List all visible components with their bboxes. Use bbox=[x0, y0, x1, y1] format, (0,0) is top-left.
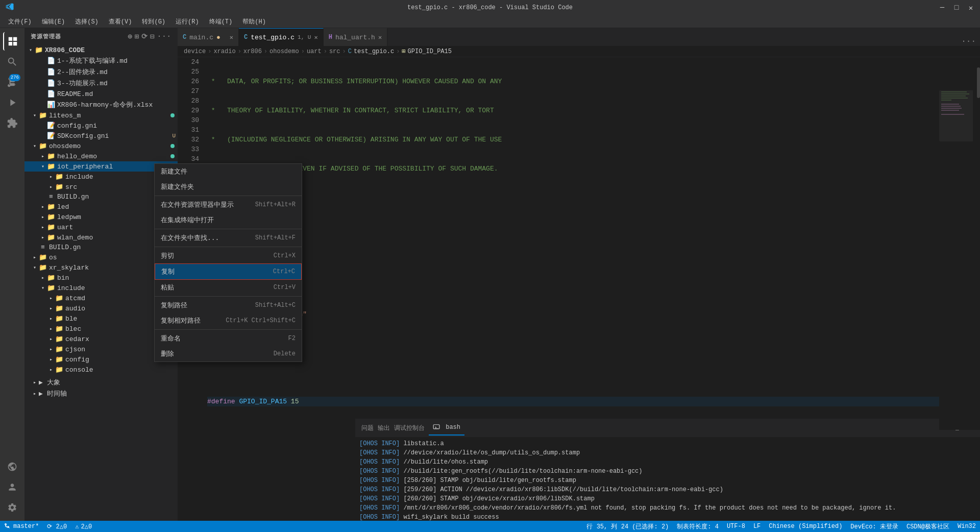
tab-main-c[interactable]: C main.c ● ✕ bbox=[178, 28, 239, 46]
ctx-copy-rel-path[interactable]: 复制相对路径 Ctrl+K Ctrl+Shift+C bbox=[155, 313, 302, 328]
menu-help[interactable]: 帮助(H) bbox=[238, 16, 270, 27]
sidebar-item-ohosdemo[interactable]: ▾ 📁 ohosdemo bbox=[24, 141, 178, 151]
sidebar-item-shijian[interactable]: ▸ ▶ 时间轴 bbox=[24, 388, 178, 399]
menu-select[interactable]: 选择(S) bbox=[71, 16, 103, 27]
scrollbar-thumb[interactable] bbox=[977, 67, 980, 98]
activity-account[interactable] bbox=[3, 478, 21, 496]
status-position[interactable]: 行 35, 列 24 (已选择: 2) bbox=[582, 522, 673, 531]
new-folder-icon[interactable]: ⊞ bbox=[135, 32, 139, 41]
sidebar-header: 资源管理器 ⊕ ⊞ ⟳ ⊟ ··· bbox=[24, 28, 178, 45]
menu-file[interactable]: 文件(F) bbox=[4, 16, 36, 27]
refresh-icon[interactable]: ⟳ bbox=[141, 32, 148, 41]
status-sync[interactable]: ⟳ 2△0 bbox=[43, 521, 71, 532]
sidebar-item-da-xue[interactable]: ▸ ▶ 大象 bbox=[24, 377, 178, 388]
status-language[interactable]: Chinese (Simplified) bbox=[765, 523, 846, 530]
ctx-copy-path[interactable]: 复制路径 Shift+Alt+C bbox=[155, 298, 302, 313]
tab-test-gpio[interactable]: C test_gpio.c 1, U ✕ bbox=[239, 28, 324, 46]
code-line-32: #include "kernel/os/os.h" bbox=[207, 309, 973, 319]
sidebar-item-2gu[interactable]: 📄 2--固件烧录.md bbox=[24, 66, 178, 78]
sidebar-icons: ⊕ ⊞ ⟳ ⊟ ··· bbox=[128, 32, 172, 41]
ctx-cut[interactable]: 剪切 Ctrl+X bbox=[155, 248, 302, 263]
ctx-rename[interactable]: 重命名 F2 bbox=[155, 331, 302, 346]
minimize-button[interactable]: ─ bbox=[938, 4, 946, 12]
breadcrumb-device[interactable]: device bbox=[184, 48, 206, 55]
activity-search[interactable] bbox=[3, 53, 21, 71]
ctx-paste[interactable]: 粘贴 Ctrl+V bbox=[155, 280, 302, 295]
modified-indicator: U bbox=[172, 133, 176, 139]
breadcrumb: device › xradio › xr806 › ohosdemo › uar… bbox=[178, 46, 980, 57]
ctx-find-in-folder[interactable]: 在文件夹中查找... Shift+Alt+F bbox=[155, 230, 302, 246]
breadcrumb-file[interactable]: test_gpio.c bbox=[354, 48, 394, 55]
deveco-text: DevEco: 未登录 bbox=[850, 522, 898, 531]
status-line-ending[interactable]: LF bbox=[749, 523, 765, 530]
status-deveco[interactable]: DevEco: 未登录 bbox=[846, 522, 902, 531]
editor-scrollbar[interactable] bbox=[973, 57, 980, 430]
sidebar-item-console[interactable]: ▸ 📁 console bbox=[24, 365, 178, 375]
activity-remote[interactable] bbox=[3, 457, 21, 476]
breadcrumb-xradio[interactable]: xradio bbox=[213, 48, 235, 55]
folder-icon: 📁 bbox=[47, 152, 55, 160]
folder-icon: 📁 bbox=[55, 366, 63, 374]
more-icon[interactable]: ··· bbox=[157, 32, 172, 41]
menu-run[interactable]: 运行(R) bbox=[172, 16, 203, 27]
ctx-new-file[interactable]: 新建文件 bbox=[155, 164, 302, 179]
activity-settings[interactable] bbox=[3, 498, 21, 517]
sidebar-item-config-gni[interactable]: 📝 config.gni bbox=[24, 120, 178, 131]
breadcrumb-symbol[interactable]: GPIO_ID_PA15 bbox=[408, 48, 452, 55]
sidebar-item-xlsx[interactable]: 📊 XR806-harmony-命令例.xlsx bbox=[24, 99, 178, 110]
status-notifications[interactable]: CSDN@极客社区 bbox=[902, 522, 953, 531]
terminal-line: [OHOS INFO] //build/lite:gen_rootfs(//bu… bbox=[359, 467, 976, 476]
menu-goto[interactable]: 转到(G) bbox=[138, 16, 169, 27]
tab-close-button[interactable]: ✕ bbox=[230, 34, 233, 41]
ctx-show-explorer[interactable]: 在文件资源管理器中显示 Shift+Alt+R bbox=[155, 197, 302, 212]
status-encoding[interactable]: UTF-8 bbox=[723, 523, 749, 530]
ctx-new-folder[interactable]: 新建文件夹 bbox=[155, 179, 302, 195]
breadcrumb-symbol-icon: ⊞ bbox=[402, 47, 405, 55]
tab-hal-uart[interactable]: H hal_uart.h ✕ bbox=[324, 28, 387, 46]
new-file-icon[interactable]: ⊕ bbox=[128, 32, 132, 41]
breadcrumb-xr806[interactable]: xr806 bbox=[243, 48, 262, 55]
folder-icon: 📁 bbox=[55, 315, 63, 323]
sidebar-item-sdkconfig[interactable]: 📝 SDKconfig.gni U bbox=[24, 131, 178, 141]
sidebar-item-hello-demo[interactable]: ▸ 📁 hello_demo bbox=[24, 151, 178, 161]
tab-close-button[interactable]: ✕ bbox=[378, 34, 382, 41]
item-label: ledpwm bbox=[57, 213, 170, 221]
tab-close-button[interactable]: ✕ bbox=[314, 34, 317, 41]
collapse-icon[interactable]: ⊟ bbox=[150, 32, 155, 41]
menu-edit[interactable]: 编辑(E) bbox=[38, 16, 69, 27]
chevron: ▸ bbox=[47, 326, 55, 332]
ctx-delete[interactable]: 删除 Delete bbox=[155, 346, 302, 361]
activity-extensions[interactable] bbox=[3, 114, 21, 132]
ctx-copy[interactable]: 复制 Ctrl+C bbox=[155, 263, 302, 280]
breadcrumb-uart[interactable]: uart bbox=[307, 48, 322, 55]
ohos-chevron: ▾ bbox=[31, 143, 39, 149]
sidebar-item-1sys[interactable]: 📄 1--系统下载与编译.md bbox=[24, 55, 178, 66]
sidebar-item-readme[interactable]: 📄 README.md bbox=[24, 89, 178, 99]
status-tab-size[interactable]: 制表符长度: 4 bbox=[673, 522, 723, 531]
close-button[interactable]: ✕ bbox=[967, 4, 975, 12]
activity-explorer[interactable] bbox=[3, 32, 21, 51]
root-folder[interactable]: ▾ 📁 XR806_CODE bbox=[24, 45, 178, 55]
status-branch[interactable]: master* bbox=[0, 521, 43, 532]
terminal-line: [OHOS INFO] libstatic.a bbox=[359, 439, 976, 448]
sidebar-item-liteos[interactable]: ▾ 📁 liteos_m bbox=[24, 110, 178, 120]
breadcrumb-sep: › bbox=[238, 48, 241, 55]
item-label: 3--功能展示.md bbox=[57, 79, 178, 88]
menu-view[interactable]: 查看(V) bbox=[105, 16, 136, 27]
status-errors[interactable]: ⚠ 2△0 bbox=[71, 521, 96, 532]
folder-icon: 📁 bbox=[47, 213, 55, 221]
breadcrumb-src[interactable]: src bbox=[329, 48, 340, 55]
md-icon: 📄 bbox=[47, 68, 55, 76]
activity-run[interactable] bbox=[3, 93, 21, 112]
chevron: ▸ bbox=[31, 379, 39, 385]
sidebar-item-3fn[interactable]: 📄 3--功能展示.md bbox=[24, 78, 178, 89]
activity-source-control[interactable]: 276 bbox=[3, 73, 21, 91]
breadcrumb-ohosdemo[interactable]: ohosdemo bbox=[270, 48, 299, 55]
status-mode[interactable]: Win32 bbox=[953, 523, 980, 530]
menu-terminal[interactable]: 终端(T) bbox=[205, 16, 237, 27]
chevron: ▸ bbox=[39, 275, 47, 281]
ctx-open-terminal[interactable]: 在集成终端中打开 bbox=[155, 212, 302, 228]
terminal-bash-tab[interactable]: bash bbox=[429, 421, 464, 435]
maximize-button[interactable]: □ bbox=[952, 4, 961, 12]
tab-more-button[interactable]: ··· bbox=[961, 37, 976, 46]
